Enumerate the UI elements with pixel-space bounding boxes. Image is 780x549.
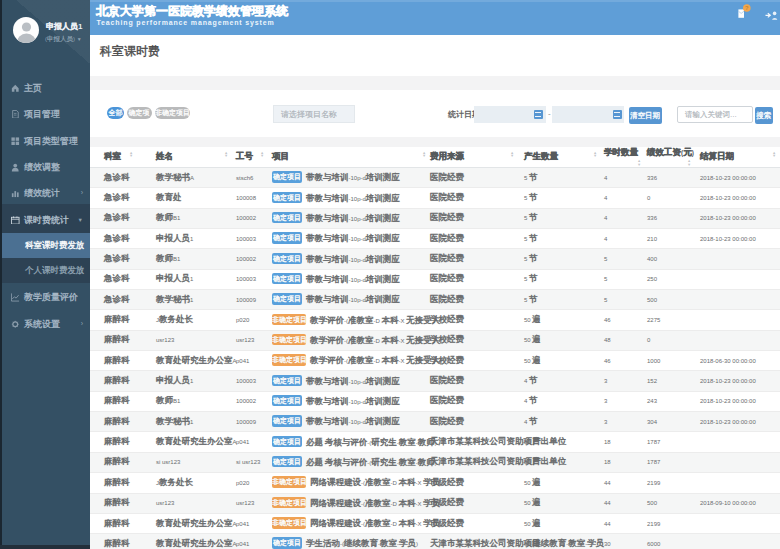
svg-text:?: ? xyxy=(745,5,749,11)
